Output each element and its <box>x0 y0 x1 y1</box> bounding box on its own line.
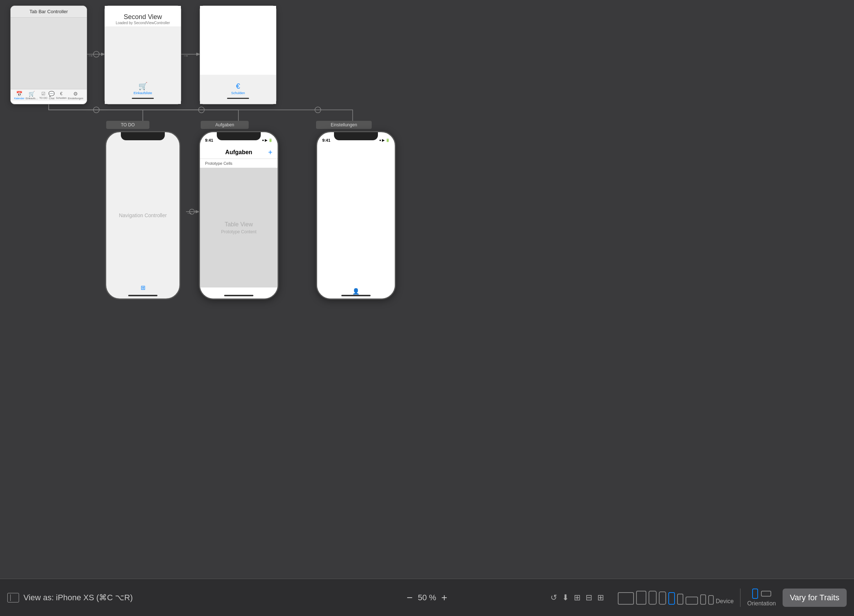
device-label: Device <box>716 598 734 605</box>
aufgaben-notch <box>217 132 261 140</box>
download-icon[interactable]: ⬇ <box>562 593 569 602</box>
third-view-scene: € Schulden <box>200 6 276 104</box>
aufgaben-home-indicator <box>224 295 253 296</box>
einstellungen-notch <box>334 132 378 140</box>
status-time: 9:41 <box>205 138 213 142</box>
tab-bar-strip: 📅 Kalender 🛒 Einkaufs… ☑ TO DO 💬 Chat € … <box>11 89 87 101</box>
device-icons-group: Device <box>618 591 734 605</box>
einstellungen-status-icons: ● ▶ 🔋 <box>380 139 390 142</box>
aufgaben-iphone: 9:41 ● ▶ 🔋 Aufgaben + Prototype Cells Ta… <box>199 131 279 300</box>
toolbar-icons: ↺ ⬇ ⊞ ⊟ ⊞ <box>551 593 604 602</box>
todo-scene-label: TO DO <box>106 121 149 129</box>
table-view-body: Table View Prototype Content <box>200 168 278 288</box>
expand-icon[interactable]: ⊟ <box>586 593 592 602</box>
table-view-label: Table View <box>224 221 253 228</box>
iphone-se-icon[interactable] <box>677 594 683 605</box>
prototype-cells-label: Prototype Cells <box>200 159 278 168</box>
toolbar-left: View as: iPhone XS (⌘C ⌥R) <box>7 593 133 602</box>
zoom-level: 50 % <box>418 593 436 602</box>
second-view-title: Second View <box>108 13 178 21</box>
iphone-selected-icon[interactable] <box>668 592 675 605</box>
status-icons: ● ▶ 🔋 <box>262 139 273 142</box>
toolbar-divider <box>740 589 741 607</box>
vary-for-traits-button[interactable]: Vary for Traits <box>782 589 847 607</box>
navigation-controller: Navigation Controller ⊞ <box>105 131 180 300</box>
einstellungen-scene-label: Einstellungen <box>316 121 372 129</box>
tab-kalender[interactable]: 📅 Kalender <box>14 91 24 100</box>
aufgaben-scene-label: Aufgaben <box>201 121 249 129</box>
nav-to-table-arrow: → <box>186 209 193 217</box>
grid-icon[interactable]: ⊞ <box>574 593 581 602</box>
iphone-tiny[interactable] <box>708 595 714 605</box>
tab-bar-controller-scene: Tab Bar Controller 📅 Kalender 🛒 Einkaufs… <box>10 6 87 104</box>
second-view-subtitle: Loaded by SecondViewController <box>108 21 178 25</box>
iphone-58-icon[interactable] <box>659 592 666 605</box>
svg-point-7 <box>93 51 99 57</box>
einstellungen-home-indicator <box>341 295 371 296</box>
view-as-label: View as: iPhone XS (⌘C ⌥R) <box>23 593 133 602</box>
orientation-group: Orientation <box>747 589 776 607</box>
prototype-content-label: Prototype Content <box>221 229 257 234</box>
table-nav-title: Aufgaben <box>225 149 252 156</box>
orientation-label: Orientation <box>747 600 776 607</box>
arrow-right-icon2: → <box>182 52 189 60</box>
tab-todo[interactable]: ☑ TO DO <box>39 91 47 99</box>
table-nav-bar: Aufgaben + <box>200 146 278 159</box>
refresh-icon[interactable]: ↺ <box>551 593 557 602</box>
zoom-controls: − 50 % + <box>407 593 447 603</box>
einstellungen-iphone: 9:41 ● ▶ 🔋 👤 <box>316 131 396 300</box>
portrait-icon[interactable] <box>752 589 758 599</box>
add-button[interactable]: + <box>268 148 273 157</box>
zoom-in-button[interactable]: + <box>441 593 447 603</box>
sidebar-toggle-button[interactable] <box>7 593 19 602</box>
svg-point-3 <box>198 107 204 113</box>
zoom-out-button[interactable]: − <box>407 593 413 603</box>
svg-point-2 <box>93 107 99 113</box>
second-view-scene: Second View Loaded by SecondViewControll… <box>104 6 181 104</box>
iphone-65-icon[interactable] <box>648 591 657 605</box>
tab-chat[interactable]: 💬 Chat <box>48 91 55 100</box>
ipad-landscape-icon[interactable] <box>618 592 634 605</box>
nav-controller-label: Navigation Controller <box>119 132 167 299</box>
iphone-small[interactable] <box>700 595 706 605</box>
tab-einkauf[interactable]: 🛒 Einkaufs… <box>26 91 38 100</box>
svg-point-4 <box>315 107 321 113</box>
bottom-toolbar: View as: iPhone XS (⌘C ⌥R) − 50 % + ↺ ⬇ … <box>0 579 854 616</box>
toolbar-right: ↺ ⬇ ⊞ ⊟ ⊞ <box>551 589 847 607</box>
iphone-plus-landscape[interactable] <box>686 596 698 605</box>
landscape-icon[interactable] <box>761 591 771 596</box>
fit-icon[interactable]: ⊞ <box>597 593 604 602</box>
einkaufsliste-tab: 🛒 Einkaufsliste <box>132 82 154 99</box>
tab-bar-controller-title: Tab Bar Controller <box>11 6 87 18</box>
schulden-tab: € Schulden <box>227 82 249 99</box>
tab-schulden[interactable]: € Schulden <box>56 91 67 99</box>
iphone-notch <box>121 132 165 140</box>
arrow-right-icon: → <box>87 52 94 60</box>
tab-einstellungen[interactable]: ⚙ Einstellungen <box>68 91 83 100</box>
home-indicator <box>128 295 157 296</box>
ipad-portrait-icon[interactable] <box>636 591 647 605</box>
einstellungen-status-time: 9:41 <box>322 138 330 142</box>
